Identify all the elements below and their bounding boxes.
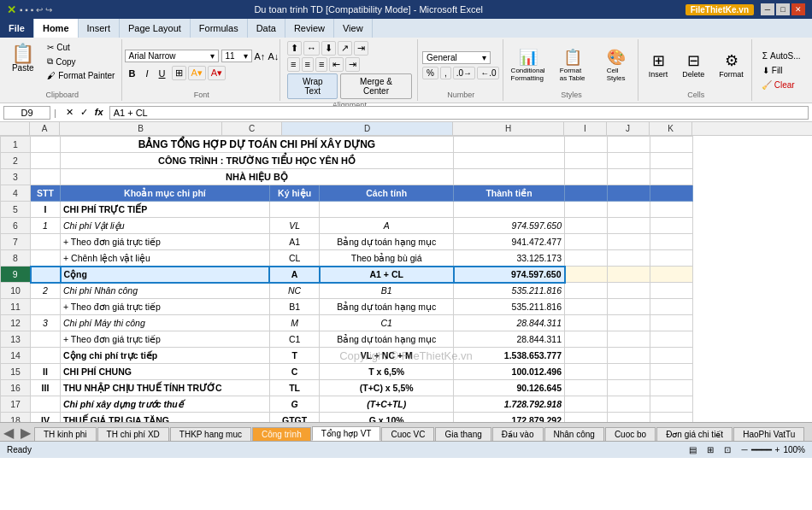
cell-12-khoan[interactable]: Chi phí Máy thi công xyxy=(61,315,270,331)
cell-13-cach[interactable]: Bảng dự toán hạng mục xyxy=(320,331,454,348)
sheet-tab-cuoc-bo[interactable]: Cuoc bo xyxy=(605,427,656,441)
cell-18-j[interactable] xyxy=(608,413,650,423)
minimize-button[interactable]: ─ xyxy=(761,3,774,15)
cell-12-cach[interactable]: C1 xyxy=(320,315,454,331)
cell-i1[interactable] xyxy=(565,137,608,153)
cell-styles-button[interactable]: 🎨 CellStyles xyxy=(596,45,637,85)
cut-button[interactable]: ✂ Cut xyxy=(43,41,119,54)
align-left-icon[interactable]: ≡ xyxy=(287,57,299,72)
cell-9-tt[interactable]: 974.597.650 xyxy=(454,267,565,283)
cell-14-tt[interactable]: 1.538.653.777 xyxy=(454,348,565,364)
cell-a3[interactable] xyxy=(31,169,61,185)
cell-18-ky[interactable]: GTGT xyxy=(269,413,320,423)
cell-11-tt[interactable]: 535.211.816 xyxy=(454,299,565,315)
cell-7-k[interactable] xyxy=(650,234,693,250)
font-name-selector[interactable]: Arial Narrow ▾ xyxy=(125,50,219,62)
cell-18-khoan[interactable]: THUẾ GIÁ TRỊ GIA TĂNG xyxy=(61,413,270,423)
cell-6-j[interactable] xyxy=(608,218,650,234)
sheet-tab-cong-trinh[interactable]: Công trình xyxy=(252,427,311,441)
cell-13-j[interactable] xyxy=(608,331,650,348)
cell-6-ky[interactable]: VL xyxy=(269,218,320,234)
clear-button[interactable]: 🧹 Clear xyxy=(758,79,805,91)
sheet-tab-th-kinh-phi[interactable]: TH kinh phi xyxy=(34,427,97,441)
cell-13-stt[interactable] xyxy=(31,331,61,348)
cell-17-cach[interactable]: (T+C+TL) xyxy=(320,396,454,413)
cell-15-ky[interactable]: C xyxy=(269,364,320,380)
cell-k2[interactable] xyxy=(650,153,693,169)
delete-button[interactable]: ⊟ Delete xyxy=(676,49,710,81)
col-ky-hieu-header[interactable]: Ký hiệu xyxy=(269,185,320,202)
zoom-out-button[interactable]: ─ xyxy=(741,445,747,454)
cell-5-i[interactable] xyxy=(565,202,608,218)
cell-11-khoan[interactable]: + Theo đơn giá trực tiếp xyxy=(61,299,270,315)
cell-16-khoan[interactable]: THU NHẬP CHỊU THUẾ TÍNH TRƯỚC xyxy=(61,380,270,396)
cell-h3[interactable] xyxy=(454,169,565,185)
cell-10-ky[interactable]: NC xyxy=(269,283,320,299)
cell-7-i[interactable] xyxy=(565,234,608,250)
wrap-text-button[interactable]: Wrap Text xyxy=(287,73,338,99)
paste-button[interactable]: 📋 Paste xyxy=(5,41,40,89)
comma-button[interactable]: , xyxy=(440,67,451,79)
cell-5-j[interactable] xyxy=(608,202,650,218)
cell-8-khoan[interactable]: + Chênh lệch vật liệu xyxy=(61,250,270,267)
cell-11-i[interactable] xyxy=(565,299,608,315)
tab-review[interactable]: Review xyxy=(285,19,334,38)
cell-6-stt[interactable]: 1 xyxy=(31,218,61,234)
cell-6-tt[interactable]: 974.597.650 xyxy=(454,218,565,234)
sheet-tab-don-gia-chi-tiet[interactable]: Đơn giá chi tiết xyxy=(656,427,733,441)
number-format-selector[interactable]: General ▾ xyxy=(422,51,491,64)
cell-13-k[interactable] xyxy=(650,331,693,348)
cell-14-j[interactable] xyxy=(608,348,650,364)
align-middle-icon[interactable]: ↔ xyxy=(303,41,320,56)
sheet-tab-tong-hop-vt[interactable]: Tổng hợp VT xyxy=(312,426,381,441)
sheet-tab-nhan-cong[interactable]: Nhân công xyxy=(544,427,604,441)
align-right-icon[interactable]: ≡ xyxy=(315,57,327,72)
decrease-decimal-button[interactable]: ←.0 xyxy=(477,67,499,79)
cell-9-khoan[interactable]: Cộng xyxy=(61,267,270,283)
status-view-layout[interactable]: ⊞ xyxy=(707,445,714,454)
font-shrink-icon[interactable]: A↓ xyxy=(268,51,279,62)
col-k-header[interactable] xyxy=(650,185,693,202)
tab-view[interactable]: View xyxy=(334,19,373,38)
tab-insert[interactable]: Insert xyxy=(79,19,121,38)
decrease-indent-icon[interactable]: ⇤ xyxy=(329,57,344,72)
percent-button[interactable]: % xyxy=(422,67,438,79)
cell-10-j[interactable] xyxy=(608,283,650,299)
fill-color-button[interactable]: A▾ xyxy=(188,66,206,80)
font-grow-icon[interactable]: A↑ xyxy=(255,51,266,62)
cell-6-khoan[interactable]: Chi phí Vật liệu xyxy=(61,218,270,234)
cell-j1[interactable] xyxy=(608,137,650,153)
confirm-formula-icon[interactable]: ✓ xyxy=(78,106,91,119)
cell-16-tt[interactable]: 90.126.645 xyxy=(454,380,565,396)
cell-k3[interactable] xyxy=(650,169,693,185)
status-view-preview[interactable]: ⊡ xyxy=(724,445,731,454)
insert-button[interactable]: ⊞ Insert xyxy=(643,49,674,81)
cell-15-khoan[interactable]: CHI PHÍ CHUNG xyxy=(61,364,270,380)
cell-8-cach[interactable]: Theo bảng bù giá xyxy=(320,250,454,267)
cell-8-j[interactable] xyxy=(608,250,650,267)
col-header-j[interactable]: J xyxy=(607,122,650,135)
cell-17-ky[interactable]: G xyxy=(269,396,320,413)
cell-15-stt[interactable]: II xyxy=(31,364,61,380)
cancel-formula-icon[interactable]: ✕ xyxy=(63,106,76,119)
cell-8-stt[interactable] xyxy=(31,250,61,267)
cell-7-tt[interactable]: 941.472.477 xyxy=(454,234,565,250)
cell-10-tt[interactable]: 535.211.816 xyxy=(454,283,565,299)
col-cach-tinh-header[interactable]: Cách tính xyxy=(320,185,454,202)
cell-10-cach[interactable]: B1 xyxy=(320,283,454,299)
cell-h2[interactable] xyxy=(454,153,565,169)
cell-12-k[interactable] xyxy=(650,315,693,331)
cell-13-i[interactable] xyxy=(565,331,608,348)
cell-12-j[interactable] xyxy=(608,315,650,331)
col-i-header[interactable] xyxy=(565,185,608,202)
tab-formulas[interactable]: Formulas xyxy=(191,19,248,38)
cell-5-khoan[interactable]: CHI PHÍ TRỰC TIẾP xyxy=(61,202,270,218)
cell-5-k[interactable] xyxy=(650,202,693,218)
font-color-button[interactable]: A▾ xyxy=(208,66,226,80)
cell-9-i[interactable] xyxy=(565,267,608,283)
zoom-in-button[interactable]: + xyxy=(775,445,780,454)
cell-j3[interactable] xyxy=(608,169,650,185)
col-header-a[interactable]: A xyxy=(30,122,60,135)
cell-12-tt[interactable]: 28.844.311 xyxy=(454,315,565,331)
insert-function-icon[interactable]: fx xyxy=(92,106,106,119)
